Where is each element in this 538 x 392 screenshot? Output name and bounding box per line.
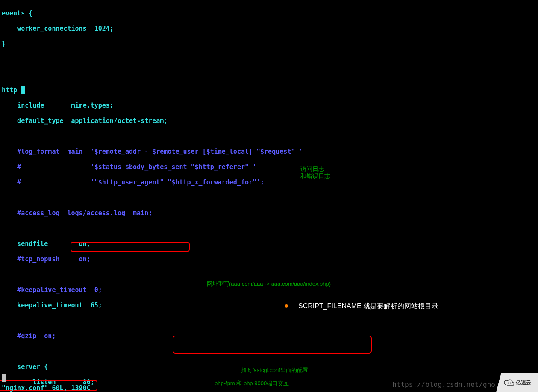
code-line: #access_log logs/access.log main;	[2, 209, 538, 217]
bullet-icon: ●	[284, 301, 289, 310]
code-line: keepalive_timeout 65;	[2, 301, 538, 309]
nginx-config-editor: events { worker_connections 1024; } http…	[0, 0, 538, 392]
code-line	[2, 71, 538, 79]
annotation-error-log: 和错误日志	[300, 173, 330, 180]
svg-point-1	[510, 383, 511, 384]
code-line	[2, 225, 538, 232]
code-line: #log_format main '$remote_addr - $remote…	[2, 148, 538, 155]
annotation-script-filename: ● SCRIPT_FILENAME 就是要解析的网站根目录	[284, 301, 438, 311]
status-cursor-block	[2, 374, 6, 382]
code-line: include mime.types;	[2, 102, 538, 109]
code-line	[2, 317, 538, 325]
code-line: }	[2, 40, 538, 48]
code-line: events {	[2, 9, 538, 17]
code-line: http	[2, 86, 538, 94]
cursor	[21, 86, 25, 94]
logo-yisuyun: 亿速云	[496, 373, 538, 392]
code-line	[2, 271, 538, 278]
cloud-icon	[503, 378, 514, 387]
annotation-php-fpm: php-fpm 和 php 9000端口交互	[215, 380, 289, 387]
annotation-fastcgi-conf: 指向fastcgi.conf里面的配置	[241, 366, 308, 374]
annotation-access-log: 访问日志	[300, 165, 324, 173]
highlight-box-root-path	[71, 242, 190, 252]
code-line: #tcp_nopush on;	[2, 255, 538, 263]
vim-status-line: "nginx.conf" 60L, 1390C	[0, 384, 91, 392]
svg-point-0	[507, 383, 509, 384]
watermark-url: https://blog.csdn.net/gho	[392, 380, 495, 389]
code-line: worker_connections 1024;	[2, 25, 538, 32]
highlight-box-script-filename	[173, 336, 372, 354]
annotation-rewrite: 网址重写(aaa.com/aaa -> aaa.com/aaa/index.ph…	[207, 280, 331, 288]
code-line: default_type application/octet-stream;	[2, 117, 538, 125]
code-line	[2, 132, 538, 140]
code-line: # '"$http_user_agent" "$http_x_forwarded…	[2, 178, 538, 186]
code-line	[2, 194, 538, 202]
code-line	[2, 56, 538, 63]
code-line: # '$status $body_bytes_sent "$http_refer…	[2, 163, 538, 171]
